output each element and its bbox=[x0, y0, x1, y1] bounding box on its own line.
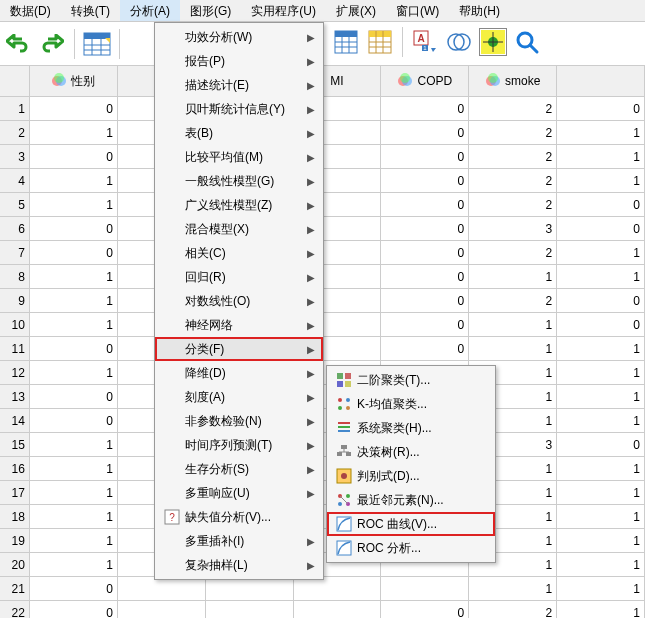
column-header-smoke[interactable]: smoke bbox=[469, 66, 557, 96]
menu-item-2[interactable]: 描述统计(E)▶ bbox=[155, 73, 323, 97]
cell[interactable]: 0 bbox=[30, 337, 118, 360]
undo-icon[interactable] bbox=[4, 30, 32, 58]
menu-item-12[interactable]: 神经网络▶ bbox=[155, 313, 323, 337]
cell[interactable]: 1 bbox=[469, 577, 557, 600]
menu-item-21[interactable]: 多重插补(I)▶ bbox=[155, 529, 323, 553]
menu-item-18[interactable]: 生存分析(S)▶ bbox=[155, 457, 323, 481]
row-header[interactable]: 9 bbox=[0, 289, 30, 312]
submenu-item-6[interactable]: ROC 曲线(V)... bbox=[327, 512, 495, 536]
menu-0[interactable]: 数据(D) bbox=[0, 0, 61, 21]
cell[interactable]: 1 bbox=[30, 481, 118, 504]
cell[interactable]: 1 bbox=[557, 145, 645, 168]
cell[interactable]: 0 bbox=[557, 289, 645, 312]
cell[interactable]: 1 bbox=[469, 337, 557, 360]
cell[interactable]: 1 bbox=[30, 121, 118, 144]
cell[interactable]: 2 bbox=[469, 145, 557, 168]
cell[interactable]: 0 bbox=[30, 145, 118, 168]
cell[interactable]: 1 bbox=[557, 577, 645, 600]
cell[interactable]: 2 bbox=[469, 241, 557, 264]
menu-item-14[interactable]: 降维(D)▶ bbox=[155, 361, 323, 385]
cell[interactable]: 0 bbox=[381, 97, 469, 120]
row-header[interactable]: 22 bbox=[0, 601, 30, 618]
cell[interactable]: 0 bbox=[381, 337, 469, 360]
menu-item-19[interactable]: 多重响应(U)▶ bbox=[155, 481, 323, 505]
menu-item-16[interactable]: 非参数检验(N)▶ bbox=[155, 409, 323, 433]
cell[interactable]: 1 bbox=[469, 313, 557, 336]
submenu-item-7[interactable]: ROC 分析... bbox=[327, 536, 495, 560]
table-yellow-icon[interactable] bbox=[366, 28, 394, 56]
cell[interactable]: 1 bbox=[557, 385, 645, 408]
row-header[interactable]: 1 bbox=[0, 97, 30, 120]
cell[interactable]: 0 bbox=[381, 601, 469, 618]
cell[interactable]: 1 bbox=[30, 553, 118, 576]
row-header[interactable]: 19 bbox=[0, 529, 30, 552]
cell[interactable]: 1 bbox=[469, 265, 557, 288]
cell[interactable]: 0 bbox=[381, 241, 469, 264]
cell[interactable]: 2 bbox=[469, 289, 557, 312]
menu-item-20[interactable]: ?缺失值分析(V)... bbox=[155, 505, 323, 529]
cell[interactable]: 2 bbox=[469, 193, 557, 216]
cell[interactable]: 0 bbox=[381, 265, 469, 288]
cell[interactable]: 1 bbox=[557, 361, 645, 384]
cell[interactable]: 1 bbox=[557, 121, 645, 144]
cell[interactable]: 1 bbox=[557, 505, 645, 528]
row-header[interactable]: 16 bbox=[0, 457, 30, 480]
cell[interactable] bbox=[118, 577, 206, 600]
cell[interactable]: 1 bbox=[30, 313, 118, 336]
menu-4[interactable]: 实用程序(U) bbox=[241, 0, 326, 21]
row-header[interactable]: 4 bbox=[0, 169, 30, 192]
menu-item-15[interactable]: 刻度(A)▶ bbox=[155, 385, 323, 409]
cell[interactable] bbox=[206, 601, 294, 618]
cell[interactable]: 0 bbox=[30, 601, 118, 618]
cell[interactable]: 0 bbox=[381, 313, 469, 336]
row-header[interactable]: 2 bbox=[0, 121, 30, 144]
cell[interactable]: 0 bbox=[557, 193, 645, 216]
cell[interactable]: 2 bbox=[469, 601, 557, 618]
menu-3[interactable]: 图形(G) bbox=[180, 0, 241, 21]
row-header[interactable]: 11 bbox=[0, 337, 30, 360]
cell[interactable]: 0 bbox=[381, 121, 469, 144]
cell[interactable] bbox=[294, 577, 382, 600]
cell[interactable] bbox=[206, 577, 294, 600]
search-icon[interactable] bbox=[513, 28, 541, 56]
cell[interactable]: 0 bbox=[30, 385, 118, 408]
cell[interactable]: 1 bbox=[30, 505, 118, 528]
cell[interactable]: 1 bbox=[30, 265, 118, 288]
menu-5[interactable]: 扩展(X) bbox=[326, 0, 386, 21]
cell[interactable]: 1 bbox=[30, 529, 118, 552]
row-header[interactable]: 20 bbox=[0, 553, 30, 576]
menu-item-17[interactable]: 时间序列预测(T)▶ bbox=[155, 433, 323, 457]
menu-2[interactable]: 分析(A) bbox=[120, 0, 180, 21]
table-blue-icon[interactable] bbox=[332, 28, 360, 56]
row-header[interactable]: 15 bbox=[0, 433, 30, 456]
cell[interactable]: 1 bbox=[30, 289, 118, 312]
cell[interactable]: 3 bbox=[469, 217, 557, 240]
menu-1[interactable]: 转换(T) bbox=[61, 0, 120, 21]
row-header[interactable]: 13 bbox=[0, 385, 30, 408]
submenu-item-0[interactable]: 二阶聚类(T)... bbox=[327, 368, 495, 392]
cell[interactable]: 1 bbox=[557, 553, 645, 576]
row-header[interactable]: 21 bbox=[0, 577, 30, 600]
cell[interactable]: 0 bbox=[30, 97, 118, 120]
cell[interactable] bbox=[381, 577, 469, 600]
menu-item-4[interactable]: 表(B)▶ bbox=[155, 121, 323, 145]
cell[interactable]: 1 bbox=[557, 409, 645, 432]
cell[interactable]: 1 bbox=[557, 529, 645, 552]
cell[interactable]: 0 bbox=[557, 433, 645, 456]
menu-item-13[interactable]: 分类(F)▶ bbox=[155, 337, 323, 361]
cell[interactable]: 2 bbox=[469, 97, 557, 120]
cell[interactable]: 1 bbox=[30, 169, 118, 192]
menu-item-6[interactable]: 一般线性模型(G)▶ bbox=[155, 169, 323, 193]
cell[interactable]: 0 bbox=[381, 289, 469, 312]
cell[interactable]: 0 bbox=[557, 97, 645, 120]
cell[interactable]: 1 bbox=[557, 457, 645, 480]
cell[interactable]: 0 bbox=[30, 217, 118, 240]
cell[interactable]: 1 bbox=[557, 265, 645, 288]
menu-item-9[interactable]: 相关(C)▶ bbox=[155, 241, 323, 265]
row-header[interactable]: 8 bbox=[0, 265, 30, 288]
cell[interactable]: 1 bbox=[557, 169, 645, 192]
venn-icon[interactable] bbox=[445, 28, 473, 56]
menu-item-8[interactable]: 混合模型(X)▶ bbox=[155, 217, 323, 241]
column-header-COPD[interactable]: COPD bbox=[381, 66, 469, 96]
row-header[interactable]: 18 bbox=[0, 505, 30, 528]
